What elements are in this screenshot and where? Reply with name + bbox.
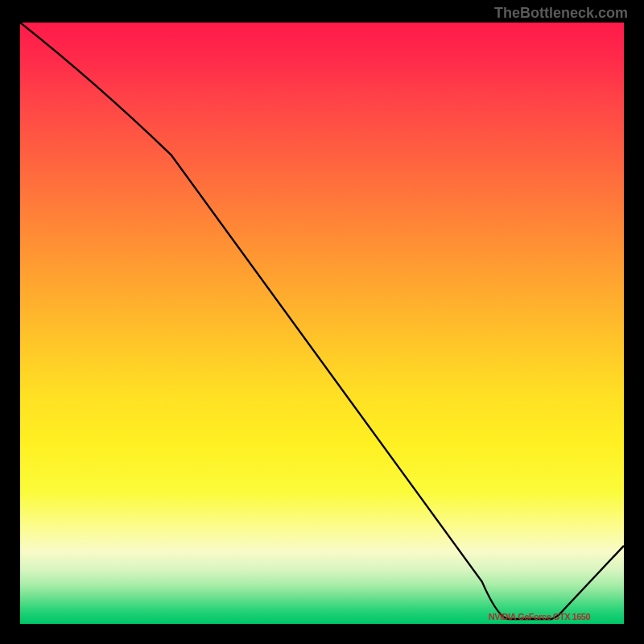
- bottleneck-curve-path: [20, 23, 624, 619]
- pin-label: NVIDIA GeForce GTX 1650: [489, 612, 590, 621]
- curve-svg: [20, 23, 624, 624]
- watermark-text: TheBottleneck.com: [494, 5, 628, 22]
- plot-area: NVIDIA GeForce GTX 1650: [20, 23, 624, 624]
